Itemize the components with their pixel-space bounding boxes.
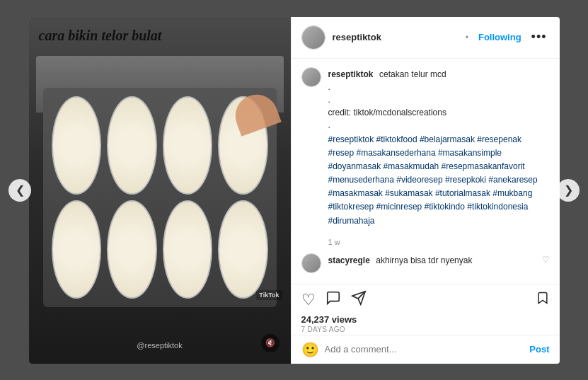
header-username[interactable]: reseptiktok <box>333 32 456 42</box>
egg-cup-3 <box>163 96 213 195</box>
comment-text: akhirnya bisa tdr nyenyak <box>376 255 472 265</box>
header-dot: • <box>466 33 468 42</box>
comment-row: stacyregle akhirnya bisa tdr nyenyak ♡ <box>301 253 550 273</box>
avatar-image <box>302 26 325 49</box>
post-header: reseptiktok • Following ••• <box>292 17 560 59</box>
egg-cup-1 <box>52 96 102 195</box>
avatar[interactable] <box>301 25 325 50</box>
heart-icon: ♡ <box>301 291 316 309</box>
like-button[interactable]: ♡ <box>301 291 316 309</box>
modal-overlay: ❮ <box>0 0 588 380</box>
right-panel: reseptiktok • Following ••• reseptiktok … <box>291 17 560 364</box>
caption-content: reseptiktok cetakan telur mcd . . credit… <box>328 67 550 228</box>
comment-icon <box>325 292 341 309</box>
modal-container: cara bikin telor bulat TikTok @reseptikt… <box>29 17 560 364</box>
egg-cup-2 <box>107 96 157 195</box>
comments-area: reseptiktok cetakan telur mcd . . credit… <box>292 59 560 284</box>
emoji-button[interactable]: 🙂 <box>301 341 319 358</box>
right-arrow-icon: ❯ <box>564 183 573 197</box>
mute-button[interactable]: 🔇 <box>261 334 279 352</box>
egg-cup-8 <box>218 200 268 299</box>
add-comment-row: 🙂 Post <box>292 335 560 364</box>
egg-cup-5 <box>52 200 102 299</box>
caption-avatar[interactable] <box>301 67 321 87</box>
views-row: 24,237 views 7 DAYS AGO <box>292 313 560 335</box>
video-title: cara bikin telor bulat <box>39 27 281 44</box>
mute-icon: 🔇 <box>265 338 275 347</box>
share-icon <box>351 292 367 309</box>
caption-credit: credit: tiktok/mcdonalscreations <box>328 106 550 119</box>
caption-text1: cetakan telur mcd <box>379 69 446 79</box>
days-ago: 7 DAYS AGO <box>301 326 550 333</box>
post-comment-button[interactable]: Post <box>529 344 549 355</box>
commenter-avatar[interactable] <box>301 253 321 273</box>
comment-heart-icon[interactable]: ♡ <box>542 253 550 273</box>
emoji-icon: 🙂 <box>301 342 319 357</box>
caption-text3: . <box>328 93 550 106</box>
handle-watermark: @reseptiktok <box>137 341 182 350</box>
more-options-button[interactable]: ••• <box>529 30 550 45</box>
bookmark-icon <box>536 293 550 309</box>
egg-cup-6 <box>107 200 157 299</box>
actions-row: ♡ <box>292 284 560 313</box>
comment-input[interactable] <box>325 344 524 355</box>
comment-button[interactable] <box>325 290 341 310</box>
post-timestamp: 1 w <box>328 238 340 246</box>
prev-button[interactable]: ❮ <box>8 179 31 202</box>
egg-cup-7 <box>163 200 213 299</box>
save-button[interactable] <box>536 290 550 309</box>
tiktok-watermark: TikTok <box>256 290 282 300</box>
share-button[interactable] <box>351 290 367 310</box>
cooking-scene <box>29 17 291 364</box>
caption-hashtags: #reseptiktok #tiktokfood #belajarmasak #… <box>328 133 550 228</box>
comment-content: stacyregle akhirnya bisa tdr nyenyak <box>328 253 535 273</box>
caption-row: reseptiktok cetakan telur mcd . . credit… <box>301 67 550 228</box>
left-arrow-icon: ❮ <box>16 183 25 197</box>
video-panel: cara bikin telor bulat TikTok @reseptikt… <box>29 17 291 364</box>
caption-text2: . <box>328 81 550 93</box>
views-count: 24,237 views <box>301 314 550 325</box>
following-label[interactable]: Following <box>478 32 521 42</box>
caption-username[interactable]: reseptiktok <box>328 69 374 79</box>
caption-text4: . <box>328 119 550 132</box>
next-button[interactable]: ❯ <box>557 179 580 202</box>
commenter-username[interactable]: stacyregle <box>328 255 370 265</box>
video-area: cara bikin telor bulat TikTok @reseptikt… <box>29 17 291 364</box>
